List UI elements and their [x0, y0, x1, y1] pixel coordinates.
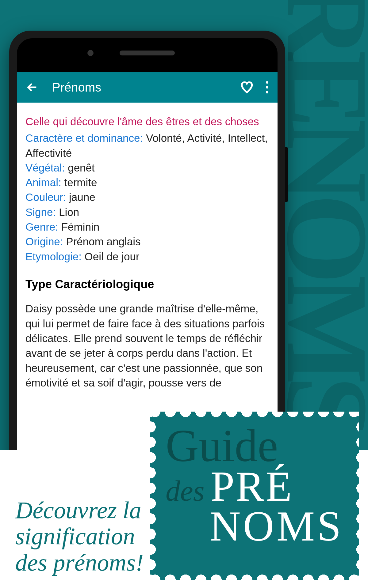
name-tagline: Celle qui découvre l'âme des êtres et de…	[25, 114, 269, 129]
attribute-label: Signe:	[25, 206, 56, 218]
stamp-text-guide: Guide	[166, 424, 343, 468]
phone-camera	[87, 50, 94, 56]
stamp-text-des: des	[166, 474, 205, 508]
description-text: Daisy possède une grande maîtrise d'elle…	[25, 301, 269, 390]
attribute-label: Animal:	[25, 176, 61, 188]
attribute-label: Etymologie:	[25, 251, 82, 262]
attribute-row: Végétal: genêt	[25, 160, 269, 175]
attribute-label: Végétal:	[25, 162, 65, 174]
attribute-value: genêt	[65, 162, 94, 174]
attribute-value: Féminin	[58, 221, 99, 233]
phone-side-button	[285, 147, 288, 202]
overflow-menu-icon[interactable]	[266, 81, 268, 93]
content-area: Celle qui découvre l'âme des êtres et de…	[17, 103, 278, 402]
app-title: Prénoms	[52, 81, 240, 94]
attribute-value: Lion	[56, 206, 79, 218]
attribute-row: Animal: termite	[25, 175, 269, 190]
attribute-row: Caractère et dominance: Volonté, Activit…	[25, 131, 269, 160]
app-screen: Prénoms Celle qui découvre l'âme des êtr…	[17, 72, 278, 467]
favorite-heart-icon[interactable]	[240, 81, 254, 94]
promo-tagline: Découvrez la signification des prénoms!	[15, 497, 144, 576]
attribute-row: Etymologie: Oeil de jour	[25, 249, 269, 264]
attribute-row: Genre: Féminin	[25, 220, 269, 234]
attribute-row: Couleur: jaune	[25, 190, 269, 205]
attribute-value: termite	[61, 176, 97, 188]
attribute-value: Prénom anglais	[63, 236, 141, 247]
app-bar: Prénoms	[17, 72, 278, 103]
phone-frame: Prénoms Celle qui découvre l'âme des êtr…	[9, 31, 285, 475]
attribute-label: Caractère et dominance:	[25, 132, 143, 144]
attribute-label: Origine:	[25, 236, 63, 247]
attribute-value: Oeil de jour	[82, 251, 140, 262]
background-watermark: RENOMS	[278, 0, 368, 431]
guide-stamp-logo: Guide des PRÉ NOMS	[150, 412, 359, 580]
attribute-label: Genre:	[25, 221, 58, 233]
section-title: Type Caractériologique	[25, 276, 269, 292]
attribute-value: jaune	[66, 191, 95, 203]
attribute-row: Origine: Prénom anglais	[25, 234, 269, 249]
attribute-row: Signe: Lion	[25, 205, 269, 220]
attribute-label: Couleur:	[25, 191, 66, 203]
stamp-text-noms: NOMS	[166, 508, 343, 544]
back-arrow-icon[interactable]	[26, 81, 38, 93]
phone-speaker	[120, 51, 175, 55]
